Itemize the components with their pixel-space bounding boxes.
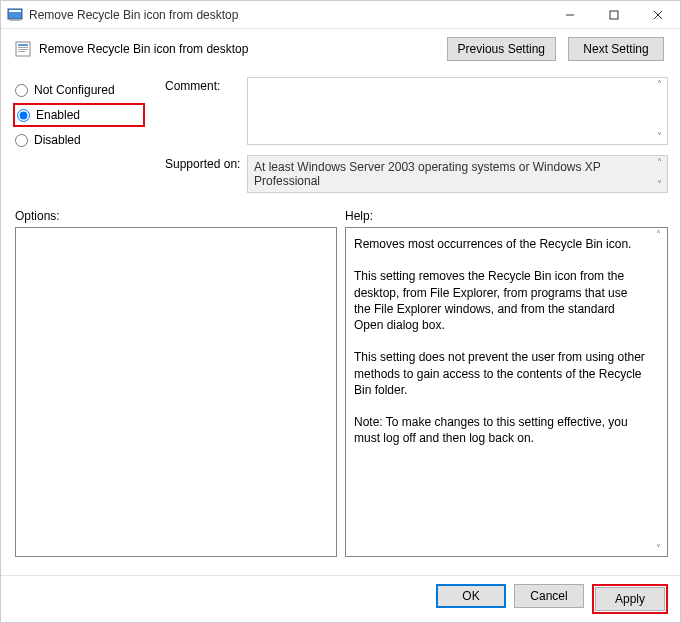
chevron-up-icon: ˄ bbox=[653, 158, 665, 168]
comment-textarea[interactable]: ˄ ˅ bbox=[247, 77, 668, 145]
nav-buttons: Previous Setting Next Setting bbox=[447, 37, 664, 61]
svg-rect-10 bbox=[18, 49, 28, 50]
supported-scroll: ˄ ˅ bbox=[653, 158, 665, 190]
supported-on-text: At least Windows Server 2003 operating s… bbox=[254, 160, 601, 188]
window-title: Remove Recycle Bin icon from desktop bbox=[29, 8, 548, 22]
dialog-footer: OK Cancel Apply bbox=[1, 575, 680, 622]
svg-rect-9 bbox=[18, 47, 28, 48]
svg-rect-1 bbox=[9, 10, 21, 12]
cancel-button[interactable]: Cancel bbox=[514, 584, 584, 608]
chevron-down-icon: ˅ bbox=[653, 132, 665, 142]
chevron-up-icon: ˄ bbox=[651, 230, 665, 240]
radio-not-configured-input[interactable] bbox=[15, 84, 28, 97]
apply-button[interactable]: Apply bbox=[595, 587, 665, 611]
pane-labels: Options: Help: bbox=[1, 203, 680, 227]
radio-disabled[interactable]: Disabled bbox=[15, 127, 145, 153]
chevron-down-icon: ˅ bbox=[651, 544, 665, 554]
help-text: Removes most occurrences of the Recycle … bbox=[346, 228, 667, 454]
next-setting-button[interactable]: Next Setting bbox=[568, 37, 664, 61]
chevron-down-icon: ˅ bbox=[653, 180, 665, 190]
options-label: Options: bbox=[15, 209, 345, 223]
state-radiogroup: Not Configured Enabled Disabled bbox=[15, 77, 145, 153]
svg-rect-2 bbox=[10, 19, 20, 21]
content-panes: Removes most occurrences of the Recycle … bbox=[1, 227, 680, 575]
comment-scroll: ˄ ˅ bbox=[653, 80, 665, 142]
radio-enabled-highlight: Enabled bbox=[13, 103, 145, 127]
policy-icon bbox=[7, 7, 23, 23]
radio-enabled-input[interactable] bbox=[17, 109, 30, 122]
svg-rect-11 bbox=[18, 51, 25, 52]
radio-enabled-label: Enabled bbox=[36, 108, 80, 122]
policy-header: Remove Recycle Bin icon from desktop Pre… bbox=[1, 29, 680, 69]
setting-icon bbox=[15, 41, 31, 57]
previous-setting-button[interactable]: Previous Setting bbox=[447, 37, 556, 61]
supported-on-box: At least Windows Server 2003 operating s… bbox=[247, 155, 668, 193]
policy-editor-window: Remove Recycle Bin icon from desktop Rem… bbox=[0, 0, 681, 623]
svg-rect-8 bbox=[18, 44, 28, 46]
ok-button[interactable]: OK bbox=[436, 584, 506, 608]
help-scroll[interactable]: ˄ ˅ bbox=[651, 230, 665, 554]
radio-not-configured-label: Not Configured bbox=[34, 83, 115, 97]
window-controls bbox=[548, 1, 680, 28]
radio-disabled-input[interactable] bbox=[15, 134, 28, 147]
policy-title: Remove Recycle Bin icon from desktop bbox=[39, 42, 447, 56]
help-pane: Removes most occurrences of the Recycle … bbox=[345, 227, 668, 557]
supported-label: Supported on: bbox=[165, 155, 247, 171]
apply-highlight: Apply bbox=[592, 584, 668, 614]
minimize-button[interactable] bbox=[548, 1, 592, 28]
chevron-up-icon: ˄ bbox=[653, 80, 665, 90]
close-button[interactable] bbox=[636, 1, 680, 28]
radio-not-configured[interactable]: Not Configured bbox=[15, 77, 145, 103]
options-pane bbox=[15, 227, 337, 557]
help-label: Help: bbox=[345, 209, 373, 223]
radio-disabled-label: Disabled bbox=[34, 133, 81, 147]
comment-label: Comment: bbox=[165, 77, 247, 93]
maximize-button[interactable] bbox=[592, 1, 636, 28]
titlebar: Remove Recycle Bin icon from desktop bbox=[1, 1, 680, 29]
svg-rect-4 bbox=[610, 11, 618, 19]
